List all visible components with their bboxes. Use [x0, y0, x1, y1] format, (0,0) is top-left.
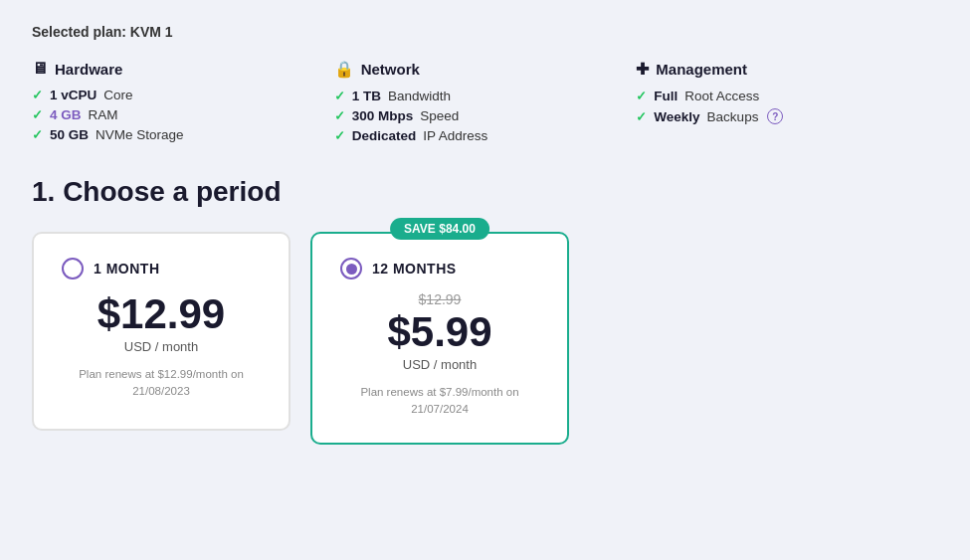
period-label-1month: 1 MONTH	[94, 261, 160, 277]
network-speed: ✓ 300 Mbps Speed	[334, 108, 621, 123]
network-bandwidth: ✓ 1 TB Bandwidth	[334, 89, 621, 103]
management-icon: ✚	[636, 60, 649, 79]
hardware-title-text: Hardware	[55, 61, 122, 78]
original-price-12months: $12.99	[419, 291, 462, 307]
management-backups: ✓ Weekly Backups ?	[636, 108, 922, 124]
management-title-text: Management	[656, 61, 747, 78]
hardware-storage: ✓ 50 GB NVMe Storage	[32, 127, 318, 142]
network-icon: 🔒	[334, 60, 354, 79]
check-icon: ✓	[636, 89, 647, 103]
network-ip: ✓ Dedicated IP Address	[334, 128, 621, 143]
management-title: ✚ Management	[636, 60, 922, 79]
hardware-cpu: ✓ 1 vCPU Core	[32, 88, 318, 102]
hardware-ram: ✓ 4 GB RAM	[32, 107, 318, 122]
price-12months: $5.99	[387, 309, 491, 355]
period-cards-container: 1 MONTH $12.99 USD / month Plan renews a…	[32, 232, 938, 445]
selected-plan-label: Selected plan:	[32, 24, 126, 40]
check-icon: ✓	[32, 127, 43, 142]
renewal-1month: Plan renews at $12.99/month on 21/08/202…	[62, 366, 261, 401]
currency-12months: USD / month	[403, 357, 477, 372]
check-icon: ✓	[334, 108, 345, 123]
selected-plan-name: KVM 1	[130, 24, 173, 40]
management-root-access: ✓ Full Root Access	[636, 89, 922, 103]
hardware-icon: 🖥	[32, 60, 48, 78]
price-1month: $12.99	[97, 291, 225, 337]
radio-1month[interactable]	[62, 258, 84, 280]
card-header-1month: 1 MONTH	[62, 258, 261, 280]
selected-plan-header: Selected plan: KVM 1	[32, 24, 938, 40]
network-title-text: Network	[361, 61, 420, 78]
period-label-12months: 12 MONTHS	[372, 261, 457, 277]
hardware-section: 🖥 Hardware ✓ 1 vCPU Core ✓ 4 GB RAM ✓ 50…	[32, 60, 334, 148]
hardware-title: 🖥 Hardware	[32, 60, 318, 78]
check-icon: ✓	[334, 89, 345, 103]
check-icon: ✓	[32, 107, 43, 122]
network-section: 🔒 Network ✓ 1 TB Bandwidth ✓ 300 Mbps Sp…	[334, 60, 637, 148]
card-header-12months: 12 MONTHS	[340, 258, 539, 280]
specs-grid: 🖥 Hardware ✓ 1 vCPU Core ✓ 4 GB RAM ✓ 50…	[32, 60, 938, 148]
info-icon[interactable]: ?	[767, 108, 783, 124]
period-card-12months[interactable]: SAVE $84.00 12 MONTHS $12.99 $5.99 USD /…	[310, 232, 569, 445]
check-icon: ✓	[334, 128, 345, 143]
management-section: ✚ Management ✓ Full Root Access ✓ Weekly…	[636, 60, 938, 148]
save-badge-12months: SAVE $84.00	[390, 218, 489, 240]
radio-12months[interactable]	[340, 258, 362, 280]
check-icon: ✓	[636, 109, 647, 124]
network-title: 🔒 Network	[334, 60, 621, 79]
period-card-1month[interactable]: 1 MONTH $12.99 USD / month Plan renews a…	[32, 232, 291, 431]
renewal-12months: Plan renews at $7.99/month on 21/07/2024	[340, 384, 539, 419]
check-icon: ✓	[32, 88, 43, 102]
choose-period-title: 1. Choose a period	[32, 176, 938, 208]
currency-1month: USD / month	[124, 339, 198, 354]
